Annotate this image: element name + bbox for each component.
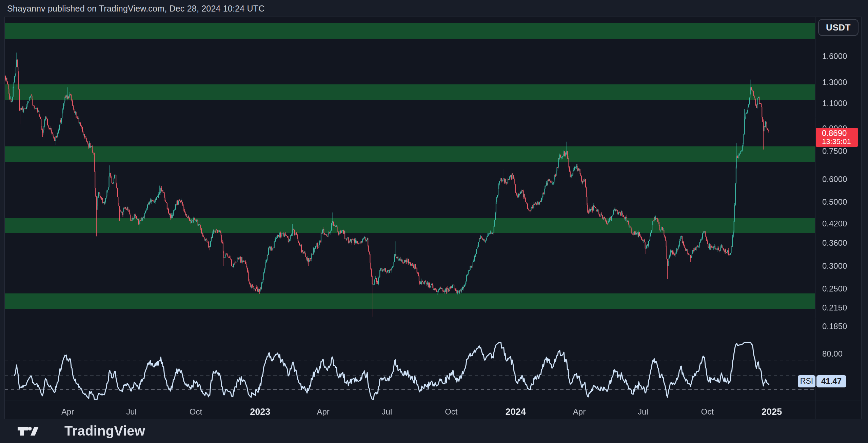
tradingview-footer: TradingView xyxy=(0,419,868,443)
date-tick: 2024 xyxy=(506,407,526,417)
price-tick: 0.5000 xyxy=(822,197,847,207)
price-tick: 0.3600 xyxy=(822,238,847,248)
price-tick: 0.7500 xyxy=(822,146,847,156)
date-tick: Oct xyxy=(701,407,714,417)
date-tick: Apr xyxy=(317,407,329,417)
price-chart-canvas[interactable] xyxy=(0,0,868,443)
price-tick: 0.6000 xyxy=(822,175,847,184)
candle-countdown: 13:35:01 xyxy=(822,138,858,146)
quote-currency-chip[interactable]: USDT xyxy=(818,19,859,36)
date-tick: Jul xyxy=(382,407,392,417)
tradingview-snapshot: { "header": { "title": "Shayannv publish… xyxy=(0,0,868,443)
date-tick: Apr xyxy=(573,407,586,417)
date-tick: Jul xyxy=(126,407,137,417)
date-tick: Jul xyxy=(638,407,648,417)
price-tick: 0.4200 xyxy=(822,219,847,228)
price-tick: 0.1850 xyxy=(822,322,847,331)
price-tick: 1.3000 xyxy=(822,78,847,87)
quote-currency-label: USDT xyxy=(826,22,851,33)
price-tick: 1.6000 xyxy=(822,52,847,61)
tradingview-wordmark[interactable]: TradingView xyxy=(64,423,145,439)
date-tick: Apr xyxy=(61,407,74,417)
last-price-value: 0.8690 xyxy=(822,129,858,138)
rsi-label: RSI xyxy=(798,375,815,387)
price-tick: 0.2500 xyxy=(822,284,847,294)
rsi-value: 41.47 xyxy=(816,375,846,387)
rsi-tick: 80.00 xyxy=(822,349,843,359)
price-tick: 0.3000 xyxy=(822,261,847,271)
rsi-value-badge: RSI 41.47 xyxy=(798,375,846,387)
date-tick: 2025 xyxy=(762,407,782,417)
tradingview-logo-icon[interactable] xyxy=(18,426,56,437)
date-tick: Oct xyxy=(445,407,457,417)
price-tick: 0.2150 xyxy=(822,303,847,313)
last-price-badge: 0.8690 13:35:01 xyxy=(816,128,858,147)
price-tick: 1.1000 xyxy=(822,99,847,108)
date-tick: Oct xyxy=(190,407,202,417)
date-tick: 2023 xyxy=(250,407,270,417)
